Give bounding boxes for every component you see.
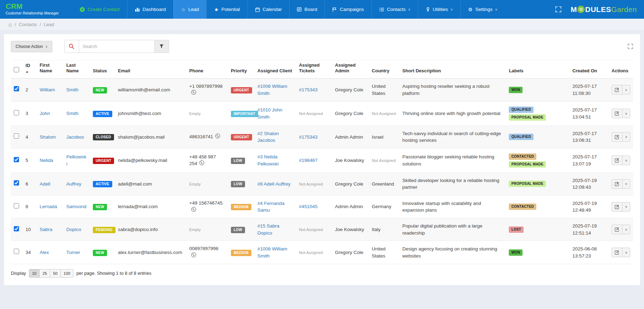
- row-checkbox[interactable]: [14, 226, 19, 231]
- last-name-link[interactable]: Samsond: [66, 204, 87, 209]
- assigned-client-link[interactable]: #1010 John Smith: [257, 107, 282, 120]
- row-checkbox[interactable]: [14, 110, 19, 115]
- last-name-link[interactable]: Jacobos: [66, 134, 84, 140]
- whatsapp-icon[interactable]: [215, 133, 220, 141]
- nav-item-lead[interactable]: ☆Lead: [173, 0, 207, 19]
- last-name-link[interactable]: Smith: [66, 111, 79, 116]
- search-icon[interactable]: [64, 40, 79, 53]
- column-header-assigned-admin[interactable]: Assigned Admin: [332, 60, 369, 79]
- page-size-button-10[interactable]: 10: [29, 269, 40, 278]
- edit-button[interactable]: [612, 202, 622, 212]
- row-actions-dropdown-button[interactable]: ∨: [622, 202, 630, 212]
- assigned-client-link[interactable]: #8 Adell Auffrey: [257, 181, 291, 187]
- page-size-button-25[interactable]: 25: [39, 269, 50, 278]
- row-checkbox[interactable]: [14, 86, 19, 91]
- assigned-tickets-cell: Not Assigned: [296, 241, 332, 264]
- assigned-ticket-link[interactable]: #451045: [299, 204, 318, 209]
- whatsapp-icon[interactable]: [199, 160, 204, 168]
- first-name-link[interactable]: Adell: [40, 181, 50, 187]
- country-text: Germany: [372, 204, 392, 209]
- home-icon[interactable]: ⌂: [8, 22, 12, 28]
- row-actions-dropdown-button[interactable]: ∨: [622, 109, 630, 118]
- column-header-assigned-client[interactable]: Assigned Client: [255, 60, 296, 79]
- assigned-client-link[interactable]: #4 Fernanda Samu: [257, 201, 285, 213]
- column-header-created-on[interactable]: Created On: [570, 60, 609, 79]
- column-header-email[interactable]: Email: [115, 60, 186, 79]
- last-name-link[interactable]: Turner: [66, 250, 80, 255]
- expand-table-icon[interactable]: [628, 44, 633, 49]
- nav-item-utilities[interactable]: Utilities∨: [418, 0, 460, 19]
- nav-item-create-contact[interactable]: +Create Contact: [72, 0, 127, 19]
- row-actions-dropdown-button[interactable]: ∨: [622, 85, 630, 95]
- email-text: alex.turner@fastbusiness.com: [118, 250, 182, 255]
- assigned-ticket-link[interactable]: #198467: [299, 158, 318, 163]
- row-actions-dropdown-button[interactable]: ∨: [622, 179, 630, 189]
- assigned-client-link[interactable]: #2 Shalon Jacobos: [257, 131, 279, 143]
- nav-item-board[interactable]: Board: [289, 0, 324, 19]
- first-name-link[interactable]: John: [40, 111, 50, 116]
- edit-button[interactable]: [612, 248, 622, 257]
- first-name-link[interactable]: Sabra: [40, 227, 52, 232]
- nav-item-calendar[interactable]: Calendar: [248, 0, 290, 19]
- fullscreen-icon[interactable]: [555, 6, 561, 12]
- nav-item-contacts[interactable]: Contacts∨: [371, 0, 418, 19]
- nav-item-settings[interactable]: ⚙Settings∨: [460, 0, 505, 19]
- edit-button[interactable]: [612, 109, 622, 118]
- whatsapp-icon[interactable]: [191, 90, 196, 97]
- row-actions-dropdown-button[interactable]: ∨: [622, 132, 630, 142]
- row-checkbox[interactable]: [14, 203, 19, 208]
- assigned-client-link[interactable]: #15 Sabra Dopico: [257, 223, 279, 236]
- edit-button[interactable]: [612, 156, 622, 165]
- assigned-ticket-link[interactable]: #175343: [299, 134, 318, 140]
- assigned-client-link[interactable]: #1008 William Smith: [257, 84, 287, 96]
- created-time: 12:09:43: [572, 184, 606, 191]
- choose-action-button[interactable]: Choose Action ∨: [11, 41, 52, 52]
- search-input[interactable]: [79, 40, 155, 53]
- column-header-id[interactable]: ID▲: [23, 60, 37, 79]
- row-checkbox[interactable]: [14, 249, 19, 254]
- column-header-first-name[interactable]: First Name: [37, 60, 63, 79]
- column-header-country[interactable]: Country: [369, 60, 400, 79]
- last-name-link[interactable]: Pelkowski: [66, 154, 87, 166]
- assigned-client-link[interactable]: #3 Nelida Pelkowski: [257, 154, 279, 166]
- column-header-priority[interactable]: Priority: [228, 60, 255, 79]
- last-name-link[interactable]: Smith: [66, 87, 79, 92]
- column-header-labels[interactable]: Labels: [506, 60, 570, 79]
- column-header-last-name[interactable]: Last Name: [64, 60, 90, 79]
- first-name-link[interactable]: Shalom: [40, 134, 56, 140]
- last-name-link[interactable]: Dopico: [66, 227, 81, 232]
- column-header-assigned-tickets[interactable]: Assigned Tickets: [296, 60, 332, 79]
- first-name-link[interactable]: William: [40, 87, 55, 92]
- row-actions-dropdown-button[interactable]: ∨: [622, 248, 630, 257]
- select-all-checkbox[interactable]: [14, 67, 19, 72]
- sort-asc-icon[interactable]: ▲: [25, 70, 34, 74]
- breadcrumb-contacts[interactable]: Contacts: [19, 22, 37, 27]
- column-header-phone[interactable]: Phone: [186, 60, 228, 79]
- row-checkbox[interactable]: [14, 133, 19, 139]
- row-actions-dropdown-button[interactable]: ∨: [622, 225, 630, 234]
- page-size-button-50[interactable]: 50: [50, 269, 61, 278]
- nav-item-campaigns[interactable]: Campaigns: [324, 0, 371, 19]
- edit-button[interactable]: [612, 225, 622, 234]
- first-name-link[interactable]: Alex: [40, 250, 49, 255]
- first-name-link[interactable]: Lernada: [40, 204, 57, 209]
- assigned-ticket-link[interactable]: #175343: [299, 87, 318, 92]
- filter-button[interactable]: [154, 40, 169, 53]
- first-name-link[interactable]: Nelida: [40, 158, 53, 163]
- column-header-short-description[interactable]: Short Description: [400, 60, 506, 79]
- edit-button[interactable]: [612, 85, 622, 95]
- edit-button[interactable]: [612, 132, 622, 142]
- last-name-link[interactable]: Auffrey: [66, 181, 82, 187]
- whatsapp-icon[interactable]: [191, 207, 196, 214]
- row-checkbox[interactable]: [14, 157, 19, 162]
- edit-button[interactable]: [612, 179, 622, 189]
- row-actions-dropdown-button[interactable]: ∨: [622, 156, 630, 165]
- nav-item-potential[interactable]: ★Potential: [206, 0, 247, 19]
- page-size-button-100[interactable]: 100: [60, 269, 73, 278]
- row-checkbox[interactable]: [14, 180, 19, 186]
- column-header-actions[interactable]: Actions: [609, 60, 633, 79]
- column-header-status[interactable]: Status: [90, 60, 115, 79]
- whatsapp-icon[interactable]: [191, 252, 196, 260]
- nav-item-dashboard[interactable]: Dashboard: [127, 0, 173, 19]
- assigned-client-link[interactable]: #1008 William Smith: [257, 246, 287, 259]
